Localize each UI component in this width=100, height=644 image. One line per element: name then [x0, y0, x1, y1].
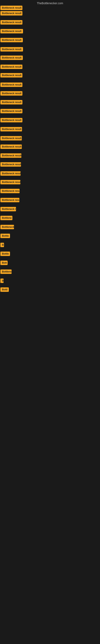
- bottleneck-result-badge: Bottleneck result: [0, 64, 22, 69]
- bottleneck-result-badge: Bottlene: [0, 216, 12, 220]
- bottleneck-result-badge: Bottleneck result: [0, 20, 22, 24]
- bottleneck-result-badge: Bottleneck resu: [0, 198, 19, 202]
- bottleneck-result-badge: Bottleneck result: [0, 127, 22, 132]
- bottleneck-result-badge: Bottleneck result: [0, 29, 23, 34]
- bottleneck-result-badge: Bott: [0, 260, 8, 265]
- bottleneck-result-badge: Bottleneck result: [0, 153, 21, 158]
- bottleneck-result-badge: Bottleneck result: [0, 118, 22, 122]
- bottleneck-result-badge: Bottleneck result: [0, 109, 22, 113]
- bottleneck-result-badge: Bottleneck result: [0, 180, 20, 184]
- bottleneck-result-badge: Bottleneck r: [0, 207, 16, 211]
- bottleneck-result-badge: Bottleneck result: [0, 144, 22, 149]
- bottleneck-result-badge: Bottleneck result: [0, 162, 21, 167]
- bottleneck-result-badge: Bottleneck result: [0, 171, 21, 176]
- bottleneck-result-badge: Bottl: [0, 288, 9, 292]
- bottleneck-result-badge: Bottle: [0, 252, 10, 256]
- bottleneck-result-badge: Bottleneck resu: [0, 189, 20, 193]
- bottleneck-result-badge: Bottleneck result: [0, 47, 23, 52]
- bottleneck-result-badge: B: [0, 243, 4, 247]
- bottleneck-result-badge: Bottleneck result: [0, 82, 22, 87]
- bottleneck-result-badge: Bottleneck result: [0, 11, 22, 16]
- bottleneck-result-badge: Bottleneck result: [0, 100, 22, 104]
- bottleneck-result-badge: Bottleneck result: [0, 136, 22, 140]
- bottleneck-result-badge: B: [0, 278, 3, 283]
- bottleneck-result-badge: Bottleneck result: [0, 91, 22, 96]
- bottleneck-result-badge: Bottlens: [0, 270, 12, 274]
- bottleneck-result-badge: Bottleneck result: [0, 6, 22, 10]
- bottleneck-result-badge: Bottle: [0, 234, 10, 238]
- bottleneck-result-badge: Bottleneck result: [0, 56, 23, 60]
- bottleneck-result-badge: Bottleneck result: [0, 38, 23, 42]
- bottleneck-result-badge: Bottleneck result: [0, 73, 22, 78]
- bottleneck-result-badge: Bottleneck: [0, 225, 14, 229]
